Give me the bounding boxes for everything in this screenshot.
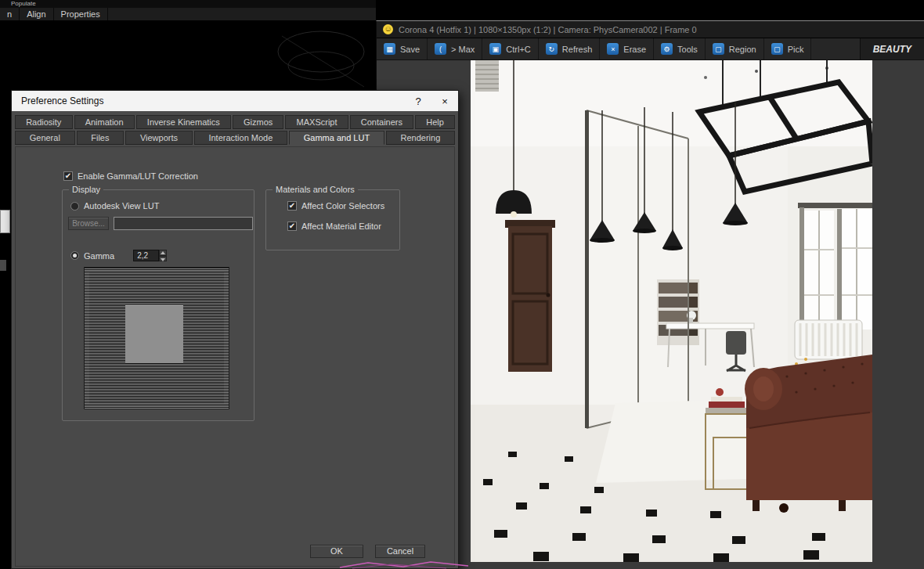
toolbar-button-icon: ⚙	[661, 43, 673, 55]
toolbar-button-icon: ▢	[713, 43, 724, 55]
preference-tab[interactable]: Gizmos	[233, 115, 284, 129]
corona-title-bar[interactable]: ☺ Corona 4 (Hotfix 1) | 1080×1350px (1:2…	[377, 21, 924, 38]
display-group: Display Autodesk View LUT Browse... Gamm…	[62, 189, 254, 421]
affect-color-row: ✔ Affect Color Selectors	[287, 201, 384, 211]
toolbar-button-label: Tools	[677, 45, 698, 54]
toolbar-button-icon: ▦	[384, 43, 395, 55]
toolbar-button-label: Pick	[788, 45, 804, 54]
toolbar-button-icon: (	[435, 43, 446, 55]
menubar-row: nAlignProperties	[0, 8, 376, 20]
viewport-wireframe-magenta	[337, 561, 474, 569]
cancel-button[interactable]: Cancel	[375, 545, 425, 558]
menu-item[interactable]: Align	[20, 8, 53, 20]
preference-tab[interactable]: Gamma and LUT	[289, 131, 384, 145]
menubar-populate-label[interactable]: Populate	[0, 0, 376, 8]
affect-material-checkbox[interactable]: ✔	[287, 221, 297, 231]
preference-tab[interactable]: Containers	[350, 115, 413, 129]
preference-tab[interactable]: General	[15, 131, 75, 145]
preference-settings-dialog: Preference Settings ? × RadiosityAnimati…	[11, 90, 459, 569]
browse-row: Browse...	[68, 217, 253, 230]
preference-tab[interactable]: MAXScript	[285, 115, 348, 129]
autodesk-lut-label: Autodesk View LUT	[84, 201, 159, 211]
affect-color-checkbox[interactable]: ✔	[287, 201, 297, 211]
gamma-row: Gamma 2,2	[70, 250, 167, 261]
gamma-label: Gamma	[84, 251, 114, 261]
dialog-title-bar[interactable]: Preference Settings ? ×	[12, 91, 458, 111]
preference-tab[interactable]: Radiosity	[15, 115, 73, 129]
toolbar-button[interactable]: ▢ Pick	[764, 38, 812, 59]
gamma-spinner: 2,2	[133, 250, 167, 261]
toolbar-button-icon: ▣	[489, 43, 501, 55]
render-image	[471, 60, 872, 562]
spinner-down-icon[interactable]	[159, 256, 167, 262]
close-button[interactable]: ×	[431, 91, 458, 111]
color-swatch[interactable]	[0, 210, 10, 233]
toolbar-button-label: Ctrl+C	[506, 45, 530, 54]
smiley-icon: ☺	[383, 24, 393, 34]
corona-toolbar: ▦ Save ( > Max ▣ Ctrl+C ↻ Refresh × Eras…	[377, 38, 924, 60]
toolbar-button-label: Save	[400, 45, 420, 54]
autodesk-lut-radio[interactable]	[70, 202, 79, 211]
corona-title-text: Corona 4 (Hotfix 1) | 1080×1350px (1:2) …	[399, 25, 697, 34]
gamma-calibration-image	[84, 267, 229, 409]
toolbar-button-label: > Max	[451, 45, 475, 54]
preference-tab[interactable]: Rendering	[386, 131, 455, 145]
panel-fragment	[0, 260, 6, 271]
toolbar-button[interactable]: ⚙ Tools	[654, 38, 706, 59]
affect-color-label: Affect Color Selectors	[301, 201, 384, 211]
tabs-row-1: RadiosityAnimationInverse KinematicsGizm…	[15, 115, 455, 129]
toolbar-button-icon: ×	[607, 43, 619, 55]
gamma-reference-square	[125, 305, 183, 363]
enable-gamma-row: ✔ Enable Gamma/LUT Correction	[63, 171, 198, 181]
materials-group-label: Materials and Colors	[273, 185, 358, 195]
corona-toolbar-buttons: ▦ Save ( > Max ▣ Ctrl+C ↻ Refresh × Eras…	[377, 38, 811, 59]
render-scene	[471, 60, 872, 562]
toolbar-button-label: Region	[729, 45, 756, 54]
preference-tab[interactable]: Interaction Mode	[194, 131, 287, 145]
enable-gamma-checkbox[interactable]: ✔	[63, 171, 73, 181]
toolbar-button-icon: ↻	[546, 43, 558, 55]
display-group-label: Display	[69, 185, 103, 195]
toolbar-button-icon: ▢	[771, 43, 783, 55]
toolbar-button[interactable]: ( > Max	[428, 38, 482, 59]
materials-colors-group: Materials and Colors ✔ Affect Color Sele…	[265, 189, 400, 250]
toolbar-button[interactable]: × Erase	[600, 38, 654, 59]
affect-material-label: Affect Material Editor	[301, 221, 381, 231]
ok-button[interactable]: OK	[310, 545, 363, 558]
preference-tab[interactable]: Viewports	[125, 131, 193, 145]
toolbar-button-label: Refresh	[562, 45, 593, 54]
spinner-up-icon[interactable]	[159, 250, 167, 256]
menu-item[interactable]: Properties	[54, 8, 108, 20]
render-element-selector[interactable]: BEAUTY	[860, 38, 924, 59]
gamma-value[interactable]: 2,2	[133, 250, 159, 261]
help-button[interactable]: ?	[405, 91, 431, 111]
gamma-radio[interactable]	[70, 251, 79, 260]
enable-gamma-label: Enable Gamma/LUT Correction	[78, 171, 198, 181]
dialog-title: Preference Settings	[21, 95, 405, 106]
max-menubar: Populate nAlignProperties	[0, 0, 376, 20]
affect-material-row: ✔ Affect Material Editor	[287, 221, 381, 231]
screen: Populate nAlignProperties ☺ Corona 4 (Ho…	[0, 0, 924, 569]
toolbar-button[interactable]: ▦ Save	[377, 38, 428, 59]
toolbar-button-label: Erase	[623, 45, 646, 54]
autodesk-lut-row: Autodesk View LUT	[70, 201, 159, 211]
preference-tab[interactable]: Help	[415, 115, 455, 129]
browse-button[interactable]: Browse...	[68, 217, 109, 230]
preference-tab[interactable]: Inverse Kinematics	[136, 115, 231, 129]
toolbar-button[interactable]: ▢ Region	[706, 38, 764, 59]
preference-tab[interactable]: Files	[77, 131, 125, 145]
lut-path-field[interactable]	[114, 217, 253, 230]
toolbar-button[interactable]: ↻ Refresh	[539, 38, 601, 59]
preference-tab[interactable]: Animation	[74, 115, 135, 129]
tabs-row-2: GeneralFilesViewportsInteraction ModeGam…	[15, 131, 455, 145]
menu-item[interactable]: n	[0, 8, 20, 20]
toolbar-button[interactable]: ▣ Ctrl+C	[482, 38, 538, 59]
